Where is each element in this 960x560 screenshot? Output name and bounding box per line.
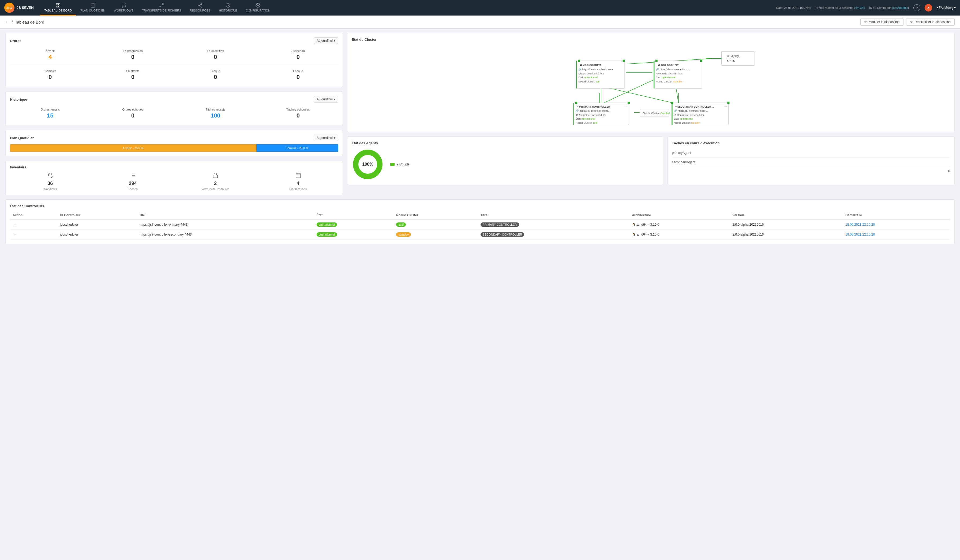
- svg-point-11: [198, 5, 200, 6]
- nav-workflows-label: WORKFLOWS: [114, 9, 133, 12]
- agents-donut-chart: 100%: [352, 148, 384, 180]
- nav-workflows[interactable]: WORKFLOWS: [110, 0, 138, 16]
- pencil-icon: ✏: [864, 20, 867, 24]
- ordres-dropdown[interactable]: Aujourd'hui ▾: [314, 37, 338, 44]
- col-version: Version: [730, 211, 843, 220]
- progress-termine: Terminé - 25.0 %: [256, 144, 339, 152]
- session-time[interactable]: 14m 35s: [854, 6, 865, 10]
- svg-rect-85: [700, 60, 702, 62]
- main-nav: TABLEAU DE BORD PLAN QUOTIDIEN WORKFLOWS…: [40, 0, 275, 16]
- agents-legend: 2 Couplé: [390, 163, 410, 166]
- stat-en-execution: En exécution 0: [175, 47, 256, 63]
- svg-text:···: ···: [674, 63, 677, 67]
- date-label: Date: 23.06.2021 15:07:45: [776, 6, 811, 10]
- bottom-panels: État des Agents 100% 2 Couplé: [347, 137, 955, 185]
- svg-text:🔗 https://demo.sos-berlin.com: 🔗 https://demo.sos-berlin.com: [578, 68, 613, 71]
- nav-historique-label: HISTORIQUE: [219, 9, 237, 12]
- stat-avenir: À venir 4: [10, 47, 91, 63]
- reset-disposition-button[interactable]: ↺ Réinitialiser la disposition: [906, 18, 955, 26]
- nav-tableau-de-bord[interactable]: TABLEAU DE BORD: [40, 0, 76, 16]
- logo-text: JS SEVEN: [17, 6, 34, 10]
- historique-dropdown[interactable]: Aujourd'hui ▾: [314, 96, 338, 102]
- plan-dropdown[interactable]: Aujourd'hui ▾: [314, 135, 338, 141]
- row1-action-button[interactable]: ···: [13, 222, 16, 227]
- calendar-icon: [295, 172, 301, 180]
- table-row: ··· jobscheduler https://js7-controller-…: [10, 220, 950, 230]
- svg-point-18: [51, 176, 53, 178]
- controller-id-link[interactable]: jobscheduler: [893, 6, 909, 10]
- svg-text:···: ···: [625, 105, 627, 108]
- row2-controller-id: jobscheduler: [57, 230, 137, 239]
- logo[interactable]: JS7 JS SEVEN: [4, 3, 34, 13]
- svg-text:État du Cluster: Coupled: État du Cluster: Coupled: [643, 112, 670, 115]
- col-url: URL: [137, 211, 314, 220]
- controllers-table: Action ID Contrôleur URL État Noeud Clus…: [10, 211, 950, 239]
- legend-dot: [390, 163, 395, 166]
- table-row: ··· jobscheduler https://js7-controller-…: [10, 230, 950, 239]
- row2-version: 2.0.0-alpha.20210616: [730, 230, 843, 239]
- tasks-title: Tâches en cours d'exécution: [672, 141, 720, 145]
- inventaire-title: Inventaire: [10, 165, 26, 169]
- ordres-stats-bottom: Complet 0 En attente 0 Bloqué 0 Echoué 0: [10, 67, 338, 83]
- reset-icon: ↺: [910, 20, 913, 24]
- nav-ressources-label: RESSOURCES: [190, 9, 210, 12]
- session-info: Date: 23.06.2021 15:07:45 Temps restant …: [776, 6, 909, 10]
- agents-donut-container: 100% 2 Couplé: [352, 148, 659, 180]
- svg-text:Noeud Cluster: standby: Noeud Cluster: standby: [674, 121, 700, 124]
- task-item-secondary: secondaryAgent: [672, 158, 950, 167]
- col-started: Démarré le: [843, 211, 950, 220]
- workflows-icon: [47, 172, 53, 180]
- svg-point-17: [48, 173, 50, 175]
- back-icon[interactable]: ←: [5, 19, 10, 24]
- lock-icon: [213, 172, 218, 180]
- svg-text:🔗 https://js7-controller-seco: 🔗 https://js7-controller-seco...: [674, 109, 708, 112]
- topbar: JS7 JS SEVEN TABLEAU DE BORD PLAN QUOTID…: [0, 0, 960, 16]
- svg-rect-25: [213, 175, 218, 178]
- row2-started[interactable]: 18.06.2021 22:10:28: [845, 233, 875, 236]
- user-menu[interactable]: XEAtliSdwg ▾: [936, 6, 956, 10]
- nav-tableau-label: TABLEAU DE BORD: [45, 9, 72, 12]
- left-column: Ordres Aujourd'hui ▾ À venir 4 En progre…: [5, 33, 343, 195]
- nav-plan-quotidien[interactable]: PLAN QUOTIDIEN: [76, 0, 110, 16]
- row1-started[interactable]: 18.06.2021 22:10:28: [845, 223, 875, 227]
- tasks-panel: Tâches en cours d'exécution primaryAgent…: [667, 137, 955, 185]
- breadcrumb-bar: ← / Tableau de Bord ✏ Modifier la dispos…: [0, 16, 960, 29]
- svg-rect-45: [576, 61, 577, 88]
- svg-rect-1: [58, 3, 60, 5]
- row2-action-button[interactable]: ···: [13, 232, 16, 237]
- main-content: Ordres Aujourd'hui ▾ À venir 4 En progre…: [0, 29, 960, 249]
- svg-rect-80: [671, 102, 673, 104]
- svg-text:5.7.26: 5.7.26: [727, 59, 735, 62]
- nav-transferts[interactable]: TRANSFERTS DE FICHIERS: [138, 0, 186, 16]
- row1-cluster-badge: actif: [396, 222, 406, 227]
- modify-disposition-button[interactable]: ✏ Modifier la disposition: [860, 18, 904, 26]
- inv-taches: 294 Tâches: [93, 172, 173, 191]
- col-controller-id: ID Contrôleur: [57, 211, 137, 220]
- col-action: Action: [10, 211, 57, 220]
- breadcrumb: ← / Tableau de Bord: [5, 19, 44, 24]
- svg-rect-0: [56, 3, 58, 5]
- svg-text:🖥 JOC COCKPIT: 🖥 JOC COCKPIT: [580, 64, 601, 66]
- nav-historique[interactable]: HISTORIQUE: [214, 0, 242, 16]
- row1-url: https://js7-controller-primary:4443: [137, 220, 314, 230]
- nav-ressources[interactable]: RESSOURCES: [186, 0, 214, 16]
- col-state: État: [314, 211, 394, 220]
- historique-header: Historique Aujourd'hui ▾: [10, 96, 338, 102]
- col-titre: Titre: [478, 211, 629, 220]
- nav-transferts-label: TRANSFERTS DE FICHIERS: [142, 9, 181, 12]
- breadcrumb-separator: /: [12, 20, 13, 24]
- svg-text:Noeud Cluster: standby: Noeud Cluster: standby: [656, 80, 682, 83]
- svg-rect-79: [627, 102, 630, 104]
- stat-bloque: Bloqué 0: [175, 67, 256, 83]
- svg-text:🔗 https://demo.sos-berlin.co.: 🔗 https://demo.sos-berlin.co...: [656, 68, 691, 71]
- task-item-primary: primaryAgent: [672, 148, 950, 158]
- col-architecture: Architecture: [629, 211, 730, 220]
- help-button[interactable]: ?: [914, 4, 920, 11]
- svg-text:≡ PRIMARY CONTROLLER: ≡ PRIMARY CONTROLLER: [577, 105, 610, 108]
- svg-rect-78: [575, 102, 577, 104]
- page-title: Tableau de Bord: [15, 20, 44, 24]
- svg-text:Noeud Cluster: actif: Noeud Cluster: actif: [576, 121, 598, 124]
- svg-text:ID Contrôleur: jobscheduler: ID Contrôleur: jobscheduler: [576, 114, 606, 116]
- nav-configuration[interactable]: CONFIGURATION: [242, 0, 275, 16]
- svg-line-9: [160, 6, 161, 7]
